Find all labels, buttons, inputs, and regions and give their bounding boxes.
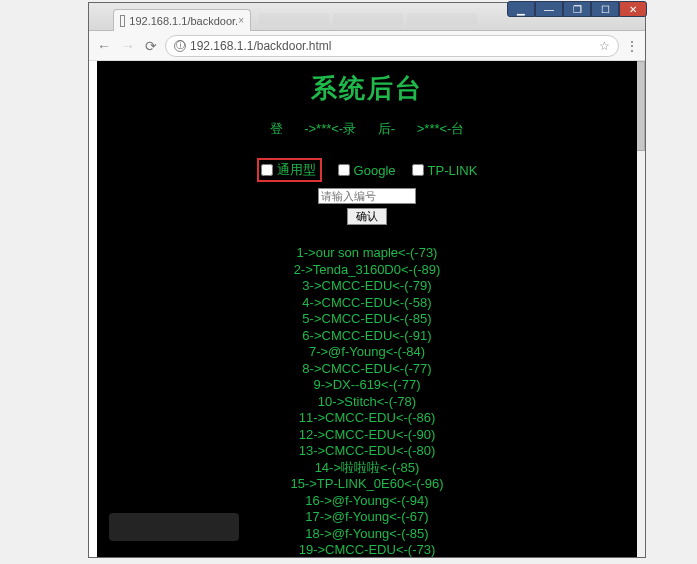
options-row: 通用型 Google TP-LINK — [97, 158, 637, 186]
window-dash-button[interactable]: ▁ — [507, 1, 535, 17]
wifi-list-item: 2->Tenda_3160D0<-(-89) — [97, 262, 637, 279]
wifi-list-item: 16->@f-Young<-(-94) — [97, 493, 637, 510]
wifi-list-item: 9->DX--619<-(-77) — [97, 377, 637, 394]
browser-menu-button[interactable]: ⋮ — [625, 38, 639, 54]
page-content: 系统后台 登 ->***<-录 后- >***<-台 通用型 Google TP… — [97, 61, 637, 557]
back-button[interactable]: ← — [95, 36, 113, 56]
forward-button[interactable]: → — [119, 36, 137, 56]
wifi-list-item: 11->CMCC-EDU<-(-86) — [97, 410, 637, 427]
window-close-button[interactable]: ✕ — [619, 1, 647, 17]
wifi-list-item: 3->CMCC-EDU<-(-79) — [97, 278, 637, 295]
option-generic[interactable]: 通用型 — [257, 158, 322, 182]
address-bar: ← → ⟳ ⓘ 192.168.1.1/backdoor.html ☆ ⋮ — [89, 31, 645, 61]
wifi-list-item: 7->@f-Young<-(-84) — [97, 344, 637, 361]
confirm-button[interactable]: 确认 — [347, 208, 387, 225]
url-text: 192.168.1.1/backdoor.html — [190, 39, 331, 53]
bookmark-star-icon[interactable]: ☆ — [599, 39, 610, 53]
wifi-list-item: 5->CMCC-EDU<-(-85) — [97, 311, 637, 328]
wifi-list-item: 13->CMCC-EDU<-(-80) — [97, 443, 637, 460]
window-minimize-button[interactable]: — — [535, 1, 563, 17]
browser-tab[interactable]: 192.168.1.1/backdoor. × — [113, 9, 251, 31]
url-field[interactable]: ⓘ 192.168.1.1/backdoor.html ☆ — [165, 35, 619, 57]
wifi-list-item: 8->CMCC-EDU<-(-77) — [97, 361, 637, 378]
wifi-list-item: 6->CMCC-EDU<-(-91) — [97, 328, 637, 345]
close-tab-icon[interactable]: × — [238, 15, 244, 26]
wifi-list-item: 14->啦啦啦<-(-85) — [97, 460, 637, 477]
number-input[interactable] — [318, 188, 416, 204]
checkbox-tplink[interactable] — [412, 164, 424, 176]
option-tplink[interactable]: TP-LINK — [412, 158, 478, 182]
checkbox-generic[interactable] — [261, 164, 273, 176]
watermark — [109, 513, 239, 541]
titlebar: 192.168.1.1/backdoor. × ▁ — ❐ ☐ ✕ — [89, 3, 645, 31]
wifi-list-item: 4->CMCC-EDU<-(-58) — [97, 295, 637, 312]
checkbox-google[interactable] — [338, 164, 350, 176]
wifi-list-item: 12->CMCC-EDU<-(-90) — [97, 427, 637, 444]
wifi-list-item: 15->TP-LINK_0E60<-(-96) — [97, 476, 637, 493]
wifi-list-item: 19->CMCC-EDU<-(-73) — [97, 542, 637, 557]
window-restore-button[interactable]: ❐ — [563, 1, 591, 17]
window-maximize-button[interactable]: ☐ — [591, 1, 619, 17]
browser-window: 192.168.1.1/backdoor. × ▁ — ❐ ☐ ✕ ← → ⟳ … — [88, 2, 646, 558]
tab-title: 192.168.1.1/backdoor. — [129, 15, 238, 27]
wifi-list: 1->our son maple<-(-73)2->Tenda_3160D0<-… — [97, 245, 637, 557]
viewport: 系统后台 登 ->***<-录 后- >***<-台 通用型 Google TP… — [89, 61, 645, 557]
info-icon[interactable]: ⓘ — [174, 40, 186, 52]
login-status: 登 ->***<-录 后- >***<-台 — [97, 120, 637, 158]
option-google[interactable]: Google — [338, 158, 396, 182]
wifi-list-item: 10->Stitch<-(-78) — [97, 394, 637, 411]
wifi-list-item: 1->our son maple<-(-73) — [97, 245, 637, 262]
page-title: 系统后台 — [97, 61, 637, 120]
reload-button[interactable]: ⟳ — [143, 36, 159, 56]
ghost-tabs — [259, 13, 477, 25]
page-icon — [120, 15, 125, 27]
